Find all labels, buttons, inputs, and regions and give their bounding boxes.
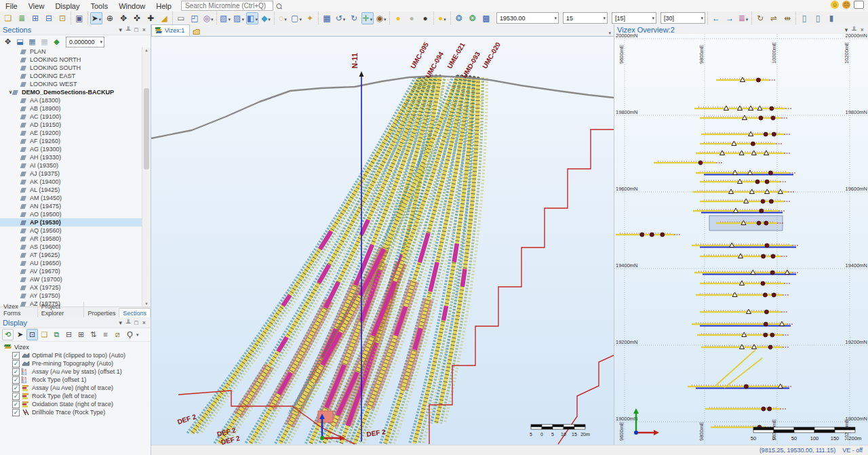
maximize-icon[interactable]: □ (132, 319, 140, 326)
sections-tree-item[interactable]: LOOKING SOUTH (0, 64, 142, 72)
light-dim-icon[interactable]: ● (406, 12, 418, 24)
layer-checkbox[interactable]: ✓ (12, 376, 20, 384)
sections-tree-item[interactable]: AH (19330) (0, 153, 142, 161)
sections-tree-item[interactable]: AM (19450) (0, 194, 142, 202)
vizex-root-row[interactable]: Vizex (3, 343, 151, 351)
sections-tree-item[interactable]: AQ (19560) (0, 226, 142, 235)
axes-icon[interactable]: ✛▾ (361, 12, 374, 24)
key-icon[interactable]: ✦ (304, 12, 316, 24)
display-layer-row[interactable]: ✓2.63.0Assay (Au Ave by stats) (offset 1… (3, 368, 151, 376)
happy-face-icon[interactable]: ☺ (831, 1, 839, 9)
new-window-icon[interactable]: ⊞ (29, 12, 41, 24)
pin-icon[interactable]: ╨ (124, 319, 132, 326)
search-icon[interactable]: Ϙ (124, 329, 136, 340)
menu-help[interactable]: Help (151, 1, 177, 11)
prev-section-icon[interactable]: ← (710, 12, 722, 24)
sections-scrollbar[interactable]: ▲ ▼ (142, 47, 151, 306)
menu-display[interactable]: Display (50, 1, 85, 11)
sections-tree-item[interactable]: ∨DEMO_DemoSections-BACKUP (0, 88, 142, 96)
menu-view[interactable]: View (23, 1, 50, 11)
view-diamond-icon[interactable]: ◆▾ (260, 12, 272, 24)
sections-tree-item[interactable]: AV (19670) (0, 267, 142, 275)
display-layer-row[interactable]: ✓Optimal Pit (clipped to topo) (Auto) (3, 351, 151, 359)
tab-vizex1[interactable]: Vizex:1 (151, 24, 190, 36)
panel-menu-icon[interactable]: ▾ (117, 319, 124, 326)
dock-tab-project-explorer[interactable]: Project Explorer (38, 302, 85, 318)
section-layers-icon[interactable]: ≣▾ (737, 12, 749, 24)
eyedropper-icon[interactable]: ◎▾ (202, 12, 214, 24)
headlight-icon[interactable]: ●▾ (436, 12, 448, 24)
sections-tree-item[interactable]: AK (19400) (0, 178, 142, 186)
clip-back-icon[interactable]: ▯ (798, 12, 810, 24)
sections-tree-item[interactable]: AJ (19375) (0, 170, 142, 178)
sections-tree-item[interactable]: AP (19530) (0, 218, 142, 226)
zoom-icon[interactable]: ⊕ (104, 12, 116, 24)
section-step-combo[interactable]: 15▾ (563, 12, 608, 24)
section-range-combo[interactable]: [30]▾ (660, 12, 705, 24)
sections-tree-item[interactable]: AG (19300) (0, 145, 142, 153)
refresh-sections-icon[interactable]: ✥ (2, 36, 14, 47)
sections-tree-item[interactable]: AE (19200) (0, 129, 142, 137)
spin-icon[interactable]: ↻ (348, 12, 360, 24)
layer-checkbox[interactable]: ✓ (12, 384, 20, 392)
sections-tree-item[interactable]: AN (19475) (0, 202, 142, 210)
pair-ba-icon[interactable]: ⊞ (75, 329, 87, 340)
grid-icon[interactable]: ▦ (321, 12, 333, 24)
panel-menu-icon[interactable]: ▾ (843, 26, 850, 33)
pan-all-icon[interactable]: ✜ (131, 12, 143, 24)
sections-tree-item[interactable]: AC (19100) (0, 113, 142, 121)
edit-section2-icon[interactable]: ❂ (467, 12, 479, 24)
zoom-window-icon[interactable]: ◰ (189, 12, 201, 24)
tab-overflow-icon[interactable]: ▾ (608, 31, 614, 36)
display-layer-row[interactable]: ✓Rock Type (left of trace) (3, 392, 151, 400)
sections-tree-item[interactable]: PLAN (0, 47, 142, 56)
dock-tab-sections[interactable]: Sections (119, 308, 151, 318)
sections-tree-item[interactable]: LOOKING EAST (0, 72, 142, 80)
move-icon[interactable]: ✚ (144, 12, 157, 24)
sections-tree-item[interactable]: AF (19260) (0, 137, 142, 145)
rotate-ccw-icon[interactable]: ↺▾ (334, 12, 347, 24)
layer-checkbox[interactable]: ✓ (12, 401, 20, 408)
display-layer-row[interactable]: ✓2.63.0Rock Type (offset 1) (3, 376, 151, 384)
display-layer-row[interactable]: ✓Drillhole Trace (Rock Type) (3, 408, 151, 416)
swap-view-icon[interactable]: ⇌ (768, 12, 780, 24)
tile-windows-icon[interactable]: ⊟ (43, 12, 55, 24)
forms-folder-icon[interactable]: ❏ (39, 329, 50, 340)
menu-window[interactable]: Window (113, 1, 151, 11)
dock-tab-vizex-forms[interactable]: Vizex Forms (0, 302, 38, 318)
layer-checkbox[interactable]: ✓ (12, 393, 20, 400)
sections-tree-item[interactable]: AW (19700) (0, 275, 142, 283)
sections-tree-item[interactable]: AY (19750) (0, 292, 142, 300)
new-view-folder-icon[interactable] (191, 27, 202, 36)
menu-file[interactable]: File (0, 1, 23, 11)
form-sets-icon[interactable]: ▣ (73, 12, 85, 24)
edit-section-icon[interactable]: ❂ (453, 12, 465, 24)
sections-tree-item[interactable]: AI (19350) (0, 161, 142, 170)
section-view-canvas[interactable]: N-11UMC-095UMC-094UME-021UMD-093UMC-020D… (151, 36, 614, 446)
maximize-icon[interactable]: □ (132, 26, 140, 33)
search-box[interactable]: Ϙ (181, 1, 273, 11)
assign-section-icon[interactable]: ⬓ (14, 36, 26, 47)
layer-checkbox[interactable]: ✓ (12, 360, 20, 368)
section-position-combo[interactable]: 19530.00▾ (496, 12, 559, 24)
vizex-layers-icon[interactable]: ≣ (16, 12, 28, 24)
camera-icon[interactable]: ◉▾ (375, 12, 387, 24)
clip-front-icon[interactable]: ▯ (812, 12, 824, 24)
sections-tree-item[interactable]: AL (19425) (0, 186, 142, 194)
view-3d-icon[interactable]: ◧▾ (246, 12, 258, 24)
refresh-icon[interactable]: ⟲ (2, 329, 14, 340)
pair-ab-icon[interactable]: ⊟ (63, 329, 75, 340)
monitor-icon[interactable]: ▢▾ (290, 12, 302, 24)
dock-tab-properties[interactable]: Properties (84, 309, 119, 318)
panel-menu-icon[interactable]: ▾ (117, 26, 124, 33)
pick-icon[interactable]: ➤ (14, 329, 26, 340)
pick-box-icon[interactable]: ⊡ (26, 329, 38, 340)
offset-combo[interactable]: 0.000000 ▾ (66, 37, 104, 47)
section-grid-icon[interactable]: ▦ (26, 36, 38, 47)
layer-checkbox[interactable]: ✓ (12, 352, 20, 359)
overview-canvas[interactable]: 20000mN20000mN19800mN19800mN19600mN19600… (614, 34, 868, 445)
pan-icon[interactable]: ✥ (117, 12, 130, 24)
clipboard-icon[interactable]: ▭ (175, 12, 187, 24)
flatten-icon[interactable]: ≡ (100, 329, 111, 340)
close-icon[interactable]: × (859, 26, 866, 33)
